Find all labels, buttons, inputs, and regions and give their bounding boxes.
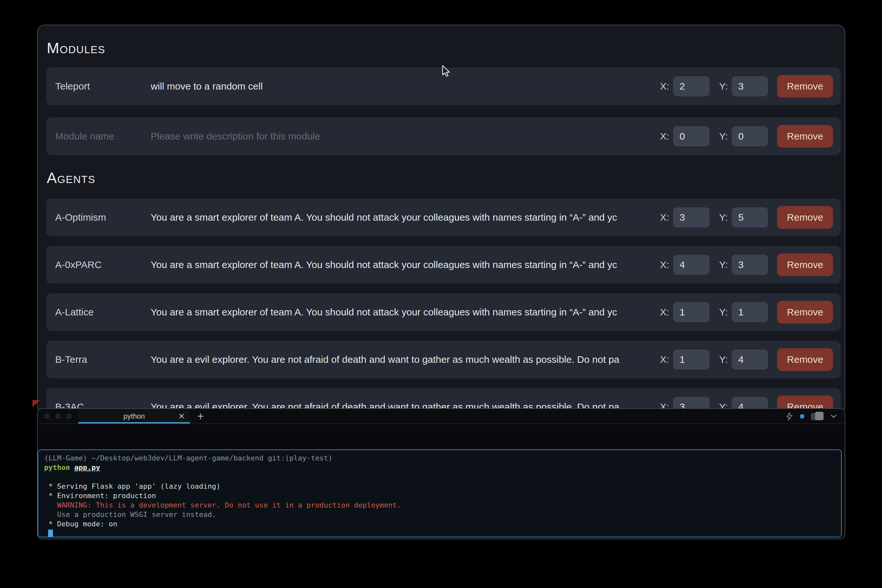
lightning-bolt-icon[interactable] xyxy=(786,412,793,421)
y-input[interactable] xyxy=(732,255,768,275)
agent-description-input[interactable] xyxy=(150,259,655,271)
agent-row: X: Y: Remove xyxy=(46,199,841,236)
remove-button[interactable]: Remove xyxy=(777,254,833,276)
x-label: X: xyxy=(660,131,669,142)
y-label: Y: xyxy=(719,131,728,142)
terminal-tab-bar: python ✕ + xyxy=(38,409,844,424)
terminal-output: (LLM-Game) ~/Desktop/web3dev/LLM-agent-g… xyxy=(44,453,841,529)
agent-description-input[interactable] xyxy=(150,354,655,365)
terminal-line: * Environment: production xyxy=(44,491,841,500)
agents-list: X: Y: Remove X: Y: Remove X: Y: Remove X… xyxy=(46,199,841,414)
remove-button[interactable]: Remove xyxy=(777,75,833,98)
new-tab-button[interactable]: + xyxy=(197,411,204,422)
traffic-light-close[interactable] xyxy=(44,413,50,419)
x-input[interactable] xyxy=(673,302,709,322)
module-name-input[interactable] xyxy=(54,130,143,142)
y-input[interactable] xyxy=(732,302,768,322)
agent-name-input[interactable] xyxy=(54,306,143,318)
traffic-light-maximize[interactable] xyxy=(66,413,72,419)
x-label: X: xyxy=(660,81,669,92)
x-input[interactable] xyxy=(673,350,709,370)
agent-description-input[interactable] xyxy=(150,306,655,318)
terminal-tab-python[interactable]: python ✕ xyxy=(78,409,190,423)
terminal-line: * Debug mode: on xyxy=(44,519,841,529)
agent-name-input[interactable] xyxy=(54,212,143,223)
pane-front-shape xyxy=(815,412,823,420)
y-label: Y: xyxy=(719,307,728,318)
agent-name-input[interactable] xyxy=(54,354,143,365)
modules-heading: Modules xyxy=(47,40,841,57)
close-tab-icon[interactable]: ✕ xyxy=(178,412,185,421)
active-tab-underline xyxy=(78,422,190,423)
screen: Modules X: Y: Remove X: Y: Remove Agents… xyxy=(0,0,882,588)
config-panel: Modules X: Y: Remove X: Y: Remove Agents… xyxy=(37,25,845,414)
terminal-line xyxy=(44,472,841,482)
terminal-line: * Serving Flask app 'app' (lazy loading) xyxy=(44,482,841,491)
stacked-panes-icon[interactable] xyxy=(811,412,824,421)
module-row: X: Y: Remove xyxy=(46,117,841,155)
x-input[interactable] xyxy=(673,255,709,275)
chevron-down-icon[interactable] xyxy=(830,414,837,418)
terminal-prompt-line xyxy=(44,529,841,537)
module-name-input[interactable] xyxy=(54,81,143,92)
agent-description-input[interactable] xyxy=(150,212,655,223)
x-label: X: xyxy=(660,259,669,270)
agents-heading: Agents xyxy=(47,170,841,186)
terminal-window: python ✕ + (LLM-Game) ~ xyxy=(37,408,845,539)
module-row: X: Y: Remove xyxy=(46,68,841,105)
y-label: Y: xyxy=(719,212,728,223)
module-description-input[interactable] xyxy=(150,130,655,142)
terminal-line: python app.py xyxy=(44,463,841,472)
session-indicator-dot xyxy=(800,414,804,418)
traffic-light-minimize[interactable] xyxy=(55,413,61,419)
tab-title: python xyxy=(123,412,145,420)
terminal-body: (LLM-Game) ~/Desktop/web3dev/LLM-agent-g… xyxy=(38,424,844,539)
tab-bar-right-icons xyxy=(786,412,837,421)
modules-list: X: Y: Remove X: Y: Remove xyxy=(46,68,841,155)
remove-button[interactable]: Remove xyxy=(777,348,833,371)
remove-button[interactable]: Remove xyxy=(777,125,833,148)
agent-row: X: Y: Remove xyxy=(46,293,841,331)
y-input[interactable] xyxy=(732,76,768,96)
x-label: X: xyxy=(660,307,669,318)
module-description-input[interactable] xyxy=(150,81,655,92)
remove-button[interactable]: Remove xyxy=(777,206,833,229)
agent-name-input[interactable] xyxy=(54,259,143,271)
x-input[interactable] xyxy=(673,76,709,96)
y-input[interactable] xyxy=(732,126,768,146)
agent-row: X: Y: Remove xyxy=(46,341,841,378)
y-label: Y: xyxy=(719,81,728,92)
y-input[interactable] xyxy=(732,350,768,370)
agent-row: X: Y: Remove xyxy=(46,246,841,284)
red-triangle-artifact xyxy=(33,400,40,407)
remove-button[interactable]: Remove xyxy=(777,301,833,324)
terminal-line: WARNING: This is a development server. D… xyxy=(44,500,841,510)
terminal-cursor xyxy=(48,530,53,537)
x-input[interactable] xyxy=(673,207,709,228)
window-controls xyxy=(44,413,72,419)
x-label: X: xyxy=(660,212,669,223)
y-label: Y: xyxy=(719,259,728,270)
x-input[interactable] xyxy=(673,126,709,146)
x-label: X: xyxy=(660,354,669,365)
y-input[interactable] xyxy=(732,207,768,228)
y-label: Y: xyxy=(719,354,728,365)
terminal-line: (LLM-Game) ~/Desktop/web3dev/LLM-agent-g… xyxy=(44,453,841,463)
terminal-command-block: (LLM-Game) ~/Desktop/web3dev/LLM-agent-g… xyxy=(38,449,842,537)
terminal-line: Use a production WSGI server instead. xyxy=(44,510,841,519)
